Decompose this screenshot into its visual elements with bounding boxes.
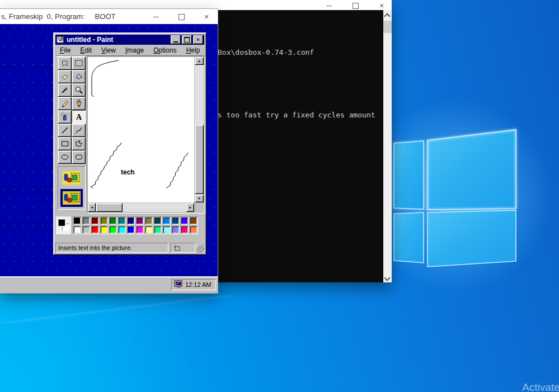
text-option-transparent[interactable]	[60, 189, 83, 207]
tool-polygon[interactable]	[72, 137, 86, 150]
brush-icon	[74, 99, 83, 108]
color-swatch[interactable]	[189, 216, 198, 225]
paint-app-icon	[57, 36, 64, 44]
freeform-select-icon	[60, 59, 69, 68]
tool-eraser[interactable]	[58, 70, 72, 83]
minimize-icon	[326, 6, 332, 6]
drawing-squiggle-left	[91, 143, 121, 188]
color-swatch[interactable]	[153, 216, 162, 225]
color-swatch[interactable]	[162, 225, 171, 234]
menu-help[interactable]: Help	[182, 45, 205, 55]
color-swatch[interactable]	[100, 225, 109, 234]
color-swatch[interactable]	[109, 216, 118, 225]
vertical-scroll-thumb[interactable]	[195, 125, 204, 194]
ellipse-icon	[60, 153, 69, 162]
color-swatch[interactable]	[144, 216, 153, 225]
color-swatch[interactable]	[180, 225, 189, 234]
color-swatch[interactable]	[180, 216, 189, 225]
tool-text[interactable]: A	[72, 110, 86, 124]
scroll-up-button[interactable]: ▲	[195, 57, 204, 65]
dosbox-main-window: s, Frameskip 0, Program: BOOT ✕ untitled…	[0, 8, 218, 294]
tool-select[interactable]	[72, 56, 86, 70]
color-swatch[interactable]	[189, 225, 198, 234]
selection-size-icon	[173, 244, 180, 252]
dosbox-titlebar[interactable]: s, Frameskip 0, Program: BOOT ✕	[0, 9, 218, 24]
color-swatch[interactable]	[82, 225, 91, 234]
dosbox-minimize-button[interactable]	[152, 13, 161, 21]
tool-pencil[interactable]	[58, 97, 72, 110]
maximize-icon	[178, 14, 185, 20]
color-swatch[interactable]	[171, 216, 180, 225]
color-swatch[interactable]	[100, 216, 109, 225]
console-line-config-path: Box\dosbox-0.74-3.conf	[218, 48, 314, 56]
dosbox-maximize-button[interactable]	[177, 13, 186, 21]
menu-view[interactable]: View	[97, 45, 121, 55]
win98-taskbar[interactable]: 12:12 AM	[0, 276, 218, 293]
minimize-icon	[173, 41, 178, 42]
tool-ellipse[interactable]	[58, 150, 72, 164]
color-swatch[interactable]	[144, 225, 153, 234]
pencil-icon	[60, 99, 69, 108]
scroll-up-icon[interactable]	[385, 13, 389, 17]
scroll-right-button[interactable]: ►	[186, 203, 194, 212]
scroll-down-icon[interactable]	[385, 276, 389, 280]
console-line-cycles-hint: ns too fast try a fixed cycles amount	[213, 111, 375, 119]
select-icon	[74, 59, 83, 68]
tool-fill[interactable]	[72, 70, 86, 83]
color-swatch[interactable]	[91, 216, 100, 225]
paint-close-button[interactable]: ×	[193, 35, 203, 44]
console-maximize-button[interactable]	[351, 2, 360, 10]
tool-airbrush[interactable]	[58, 110, 72, 124]
system-tray[interactable]: 12:12 AM	[171, 279, 216, 290]
color-swatch[interactable]	[135, 225, 144, 234]
text-option-opaque[interactable]	[60, 169, 83, 187]
display-tray-icon[interactable]	[174, 280, 183, 289]
color-swatch[interactable]	[109, 225, 118, 234]
color-swatch[interactable]	[153, 225, 162, 234]
tool-rectangle[interactable]	[58, 137, 72, 150]
tool-pick-color[interactable]	[58, 83, 72, 97]
color-swatch[interactable]	[82, 216, 91, 225]
color-swatch[interactable]	[135, 216, 144, 225]
color-swatch[interactable]	[171, 225, 180, 234]
color-swatch[interactable]	[118, 225, 126, 234]
console-close-button[interactable]: ✕	[377, 2, 386, 10]
console-scrollbar[interactable]	[383, 10, 392, 282]
menu-file[interactable]: File	[55, 45, 76, 55]
dosbox-close-button[interactable]: ✕	[202, 13, 211, 21]
current-colors-indicator[interactable]	[56, 216, 71, 234]
scroll-down-button[interactable]: ▼	[195, 195, 204, 202]
canvas-vertical-scrollbar[interactable]: ▲ ▼	[195, 57, 204, 202]
menu-image[interactable]: Image	[121, 45, 149, 55]
maximize-icon	[184, 37, 190, 42]
menu-edit[interactable]: Edit	[76, 45, 97, 55]
text-icon: A	[74, 112, 83, 121]
console-minimize-button[interactable]	[325, 2, 333, 10]
color-swatch[interactable]	[118, 216, 126, 225]
paint-minimize-button[interactable]	[171, 35, 181, 44]
color-swatch[interactable]	[73, 216, 82, 225]
menu-options[interactable]: Options	[149, 45, 181, 55]
rounded-rectangle-icon	[74, 153, 83, 162]
horizontal-scroll-thumb[interactable]	[96, 203, 123, 212]
color-swatch[interactable]	[73, 225, 82, 234]
paint-maximize-button[interactable]	[182, 35, 192, 44]
color-swatch[interactable]	[126, 216, 135, 225]
tool-magnifier[interactable]	[72, 83, 86, 97]
console-scrollbar-thumb[interactable]	[383, 21, 392, 33]
color-swatch[interactable]	[162, 216, 171, 225]
tool-rounded-rectangle[interactable]	[72, 150, 86, 164]
color-swatch[interactable]	[91, 225, 100, 234]
tool-brush[interactable]	[72, 97, 86, 110]
scroll-left-button[interactable]: ◄	[88, 203, 96, 212]
resize-grip[interactable]	[197, 245, 204, 253]
tool-freeform-select[interactable]	[58, 56, 72, 70]
paint-canvas[interactable]: tech	[88, 57, 194, 202]
canvas-horizontal-scrollbar[interactable]: ◄ ►	[88, 203, 194, 212]
tool-line[interactable]	[58, 124, 72, 137]
paint-titlebar[interactable]: untitled - Paint ×	[55, 35, 204, 45]
paint-toolbox: A	[58, 56, 86, 164]
color-swatch[interactable]	[126, 225, 135, 234]
taskbar-clock[interactable]: 12:12 AM	[185, 281, 211, 288]
tool-curve[interactable]	[72, 124, 86, 137]
